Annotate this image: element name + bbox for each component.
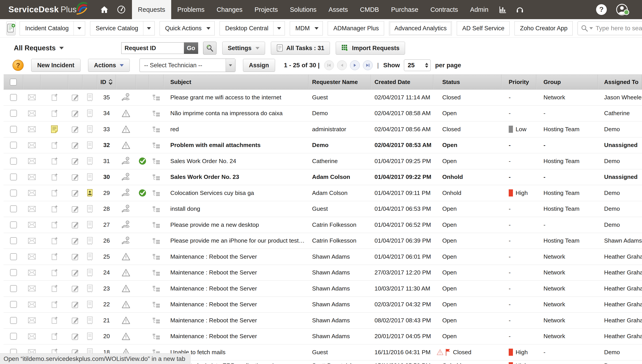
subject-cell[interactable]: Maintenance : Reboot the Server: [164, 312, 309, 328]
table-row[interactable]: 23Maintenance : Reboot the ServerShawn A…: [4, 281, 642, 297]
edit-icon[interactable]: [72, 142, 79, 149]
table-row[interactable]: 20Maintenance : Reboot the ServerShawn A…: [4, 328, 642, 344]
mail-icon[interactable]: [28, 190, 36, 196]
edit-icon[interactable]: [72, 237, 79, 244]
mail-icon[interactable]: [28, 270, 36, 276]
mail-icon[interactable]: [28, 142, 36, 148]
request-subject[interactable]: Maintenance : Reboot the Server: [170, 301, 257, 308]
request-subject[interactable]: Sales Work Order No. 24: [170, 158, 236, 164]
row-checkbox[interactable]: [10, 237, 17, 244]
edit-icon[interactable]: [72, 301, 79, 308]
copy-icon[interactable]: [51, 284, 58, 292]
request-id[interactable]: 28: [103, 206, 110, 212]
receipt-icon[interactable]: [87, 125, 93, 133]
subject-cell[interactable]: Maintenance : Reboot the Server: [164, 328, 309, 344]
request-subject[interactable]: Please grant me wifi access to the inter…: [170, 94, 281, 101]
tab-changes[interactable]: Changes: [211, 0, 249, 19]
copy-icon[interactable]: [51, 221, 58, 229]
request-id[interactable]: 21: [103, 317, 110, 324]
copy-icon[interactable]: [51, 141, 58, 149]
import-requests-button[interactable]: Import Requests: [336, 42, 405, 54]
row-checkbox[interactable]: [10, 269, 17, 276]
request-id[interactable]: 23: [103, 285, 110, 292]
search-scope-caret-icon[interactable]: [589, 27, 593, 30]
dropdown-caret-icon[interactable]: [273, 22, 285, 35]
mail-icon[interactable]: [28, 126, 36, 132]
row-checkbox[interactable]: [10, 142, 17, 148]
actions-button[interactable]: Actions: [88, 59, 130, 72]
receipt-icon[interactable]: [87, 221, 93, 229]
toolbar-button-service-catalog[interactable]: Service Catalog: [90, 21, 155, 36]
tab-purchase[interactable]: Purchase: [385, 0, 424, 19]
tasktree-icon[interactable]: [152, 301, 160, 308]
servicedesk-plus-logo[interactable]: ServiceDesk Plus: [9, 0, 88, 19]
request-id[interactable]: 33: [103, 126, 110, 133]
table-row[interactable]: 21Maintenance : Reboot the ServerShawn A…: [4, 312, 642, 328]
table-row[interactable]: 26Please provide me an iPhone for our pr…: [4, 233, 642, 249]
dropdown-caret-icon[interactable]: [143, 22, 155, 35]
request-subject[interactable]: Maintenance : Reboot the Server: [170, 333, 257, 340]
table-row[interactable]: 24Maintenance : Reboot the ServerShawn A…: [4, 265, 642, 281]
toolbar-button-mdm[interactable]: MDM: [290, 21, 323, 36]
edit-icon[interactable]: [72, 205, 79, 213]
row-checkbox[interactable]: [10, 126, 17, 133]
copy-icon[interactable]: [51, 269, 58, 277]
table-row[interactable]: 28install dongGuest01/04/2017 06:53 PMOp…: [4, 201, 642, 217]
subject-cell[interactable]: Maintenance : Reboot the Server: [164, 249, 309, 265]
subject-cell[interactable]: Please provide me a new desktop: [164, 217, 309, 233]
mail-icon[interactable]: [28, 206, 36, 212]
mail-icon[interactable]: [28, 174, 36, 180]
receipt-icon[interactable]: [87, 284, 93, 292]
request-subject[interactable]: Please provide me an iPhone for our prod…: [170, 237, 305, 244]
table-row[interactable]: 22Maintenance : Reboot the ServerShawn A…: [4, 297, 642, 313]
request-id[interactable]: 22: [103, 301, 110, 308]
tab-solutions[interactable]: Solutions: [284, 0, 322, 19]
tasktree-icon[interactable]: [152, 158, 160, 164]
global-search[interactable]: [577, 22, 642, 35]
table-row[interactable]: 34Não imprime conta na impressora do cai…: [4, 106, 642, 122]
subject-cell[interactable]: Colocation Services cuy bisa ga: [164, 185, 309, 201]
header-id[interactable]: ID: [97, 75, 116, 89]
edit-icon[interactable]: [72, 221, 79, 228]
request-subject[interactable]: Maintenance : Reboot the Server: [170, 269, 257, 276]
tab-cmdb[interactable]: CMDB: [354, 0, 385, 19]
receipt-icon[interactable]: [87, 237, 93, 245]
select-all-checkbox[interactable]: [10, 79, 17, 86]
request-id[interactable]: 26: [103, 237, 110, 244]
edit-icon[interactable]: [72, 285, 79, 292]
row-checkbox[interactable]: [10, 158, 17, 164]
copy-icon[interactable]: [51, 173, 58, 181]
new-request-icon[interactable]: [6, 21, 16, 36]
tasktree-icon[interactable]: [152, 110, 160, 117]
technician-select[interactable]: -- Select Technician --: [140, 58, 235, 72]
copy-icon[interactable]: [51, 110, 58, 118]
row-checkbox[interactable]: [10, 222, 17, 228]
tab-contracts[interactable]: Contracts: [424, 0, 464, 19]
view-selector[interactable]: All Requests: [14, 44, 64, 52]
receipt-icon[interactable]: [87, 332, 93, 340]
settings-button[interactable]: Settings: [222, 42, 265, 54]
request-id[interactable]: 29: [103, 190, 110, 196]
mail-icon[interactable]: [28, 254, 36, 260]
row-checkbox[interactable]: [10, 317, 17, 324]
request-subject[interactable]: Maintenance : Reboot the Server: [170, 253, 257, 260]
dropdown-caret-icon[interactable]: [74, 22, 85, 35]
request-subject[interactable]: Unable to login into ERP application usi…: [170, 362, 305, 364]
mail-icon[interactable]: [28, 302, 36, 308]
row-checkbox[interactable]: [10, 206, 17, 212]
subject-cell[interactable]: Maintenance : Reboot the Server: [164, 297, 309, 312]
toolbar-button-advanced-analytics[interactable]: Advanced Analytics: [389, 21, 452, 36]
request-id-input[interactable]: [121, 42, 184, 54]
note-icon[interactable]: [51, 125, 58, 133]
assign-button[interactable]: Assign: [243, 59, 275, 72]
table-row[interactable]: 33redadministrator02/04/2017 08:56 AMClo…: [4, 122, 642, 138]
first-page-button[interactable]: [324, 60, 334, 70]
request-subject[interactable]: install dong: [170, 206, 200, 212]
receipt-icon[interactable]: [87, 93, 93, 101]
request-subject[interactable]: Maintenance : Reboot the Server: [170, 285, 257, 292]
table-row[interactable]: 32Problem with email attachmentsDemo02/0…: [4, 138, 642, 154]
mail-icon[interactable]: [28, 317, 36, 324]
tab-admin[interactable]: Admin: [464, 0, 494, 19]
request-subject[interactable]: Colocation Services cuy bisa ga: [170, 190, 254, 196]
all-tasks-button[interactable]: All Tasks : 31: [271, 42, 330, 54]
